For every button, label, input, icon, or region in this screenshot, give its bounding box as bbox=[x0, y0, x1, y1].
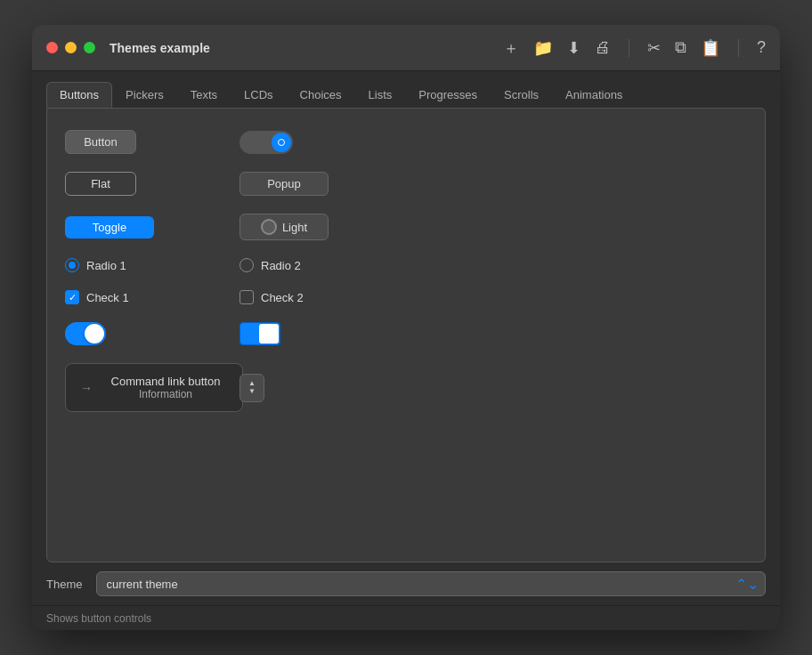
on-off-thumb bbox=[272, 133, 291, 152]
window-title: Themes example bbox=[110, 41, 503, 55]
toggle-button[interactable]: Toggle bbox=[65, 216, 154, 239]
spinner-down-icon[interactable]: ▼ bbox=[248, 388, 256, 395]
check1-item[interactable]: ✓ Check 1 bbox=[65, 290, 225, 304]
theme-select[interactable]: current theme bbox=[96, 571, 766, 596]
light-cell: Light bbox=[240, 214, 400, 240]
tab-texts[interactable]: Texts bbox=[177, 82, 231, 108]
toggle-switch-square[interactable] bbox=[240, 322, 280, 345]
toolbar: ＋ 📁 ⬇ 🖨 ✂ ⧉ 📋 ? bbox=[503, 37, 766, 59]
main-content: Buttons Pickers Texts LCDs Choices Lists… bbox=[32, 71, 780, 562]
button-default[interactable]: Button bbox=[65, 130, 136, 154]
on-off-dot bbox=[278, 139, 285, 146]
command-link-button[interactable]: → Command link button Information bbox=[65, 363, 243, 412]
traffic-lights bbox=[46, 42, 95, 53]
tab-animations[interactable]: Animations bbox=[552, 82, 636, 108]
scissors-icon[interactable]: ✂ bbox=[647, 38, 661, 58]
tab-buttons[interactable]: Buttons bbox=[46, 82, 112, 108]
popup-cell: Popup bbox=[240, 172, 400, 196]
add-icon[interactable]: ＋ bbox=[503, 37, 519, 59]
copy-icon[interactable]: ⧉ bbox=[675, 38, 686, 57]
tab-lists[interactable]: Lists bbox=[355, 82, 406, 108]
toggle-square-thumb bbox=[259, 324, 279, 344]
tab-scrolls[interactable]: Scrolls bbox=[491, 82, 552, 108]
download-icon[interactable]: ⬇ bbox=[567, 38, 581, 58]
radio2-item[interactable]: Radio 2 bbox=[240, 258, 400, 272]
help-icon[interactable]: ? bbox=[757, 38, 766, 57]
on-off-toggle[interactable] bbox=[240, 131, 293, 154]
bottom-area: Theme current theme ⌃⌄ bbox=[32, 562, 780, 605]
spinner-up-icon[interactable]: ▲ bbox=[248, 380, 256, 387]
tab-progresses[interactable]: Progresses bbox=[405, 82, 491, 108]
radio1-item[interactable]: Radio 1 bbox=[65, 258, 225, 272]
main-window: Themes example ＋ 📁 ⬇ 🖨 ✂ ⧉ 📋 ? Buttons P… bbox=[32, 25, 780, 630]
toggle-square-cell bbox=[240, 322, 400, 345]
radio1-circle[interactable] bbox=[65, 258, 79, 272]
button-cell: Button bbox=[65, 130, 225, 154]
check1-box[interactable]: ✓ bbox=[65, 290, 79, 304]
toggle-switch-cell bbox=[240, 131, 400, 154]
minimize-button[interactable] bbox=[65, 42, 77, 53]
tab-pickers[interactable]: Pickers bbox=[112, 82, 177, 108]
toolbar-divider2 bbox=[738, 39, 739, 57]
toolbar-divider bbox=[629, 39, 629, 57]
popup-button[interactable]: Popup bbox=[240, 172, 329, 196]
check2-item[interactable]: Check 2 bbox=[240, 290, 400, 304]
print-icon[interactable]: 🖨 bbox=[595, 38, 611, 57]
toggle-thumb-on bbox=[85, 324, 104, 344]
check2-box[interactable] bbox=[240, 290, 254, 304]
clipboard-icon[interactable]: 📋 bbox=[701, 38, 720, 58]
tab-bar: Buttons Pickers Texts LCDs Choices Lists… bbox=[46, 82, 766, 108]
spinner-button[interactable]: ▲ ▼ bbox=[240, 374, 264, 402]
cmd-link-arrow-icon: → bbox=[80, 381, 93, 395]
toggle-on-cell bbox=[65, 322, 225, 345]
panel: Button Flat bbox=[46, 108, 766, 562]
spinner-cell: ▲ ▼ bbox=[240, 374, 400, 402]
theme-select-wrapper: current theme ⌃⌄ bbox=[96, 571, 766, 596]
light-icon bbox=[261, 219, 277, 235]
folder-icon[interactable]: 📁 bbox=[533, 38, 553, 58]
status-bar: Shows button controls bbox=[32, 605, 780, 630]
tab-choices[interactable]: Choices bbox=[287, 82, 355, 108]
theme-label: Theme bbox=[46, 578, 82, 591]
light-button[interactable]: Light bbox=[240, 214, 329, 240]
controls-grid: Button Flat bbox=[65, 130, 747, 412]
flat-cell: Flat bbox=[65, 172, 225, 196]
flat-button[interactable]: Flat bbox=[65, 172, 136, 196]
toggle-switch-on[interactable] bbox=[65, 322, 106, 345]
titlebar: Themes example ＋ 📁 ⬇ 🖨 ✂ ⧉ 📋 ? bbox=[32, 25, 780, 71]
close-button[interactable] bbox=[46, 42, 58, 53]
maximize-button[interactable] bbox=[84, 42, 95, 53]
toggle-cell: Toggle bbox=[65, 216, 225, 239]
tab-lcds[interactable]: LCDs bbox=[231, 82, 287, 108]
radio2-circle[interactable] bbox=[240, 258, 254, 272]
status-text: Shows button controls bbox=[46, 612, 151, 625]
cmd-link-text: Command link button Information bbox=[103, 375, 228, 400]
